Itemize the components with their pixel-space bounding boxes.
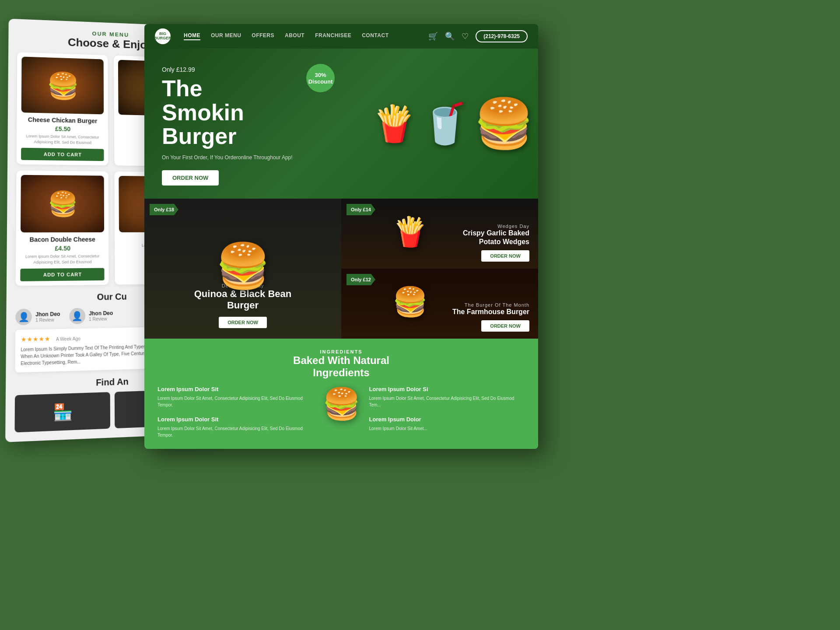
hero-title-line1: The (162, 76, 202, 101)
deal-left: Only £18 🍔 Deal Of The Day Quinoa & Blac… (144, 199, 341, 339)
ingredients-label: INGREDIENTS (158, 349, 525, 354)
add-to-cart-button-3[interactable]: ADD TO CART (20, 268, 104, 281)
ingredients-right: Lorem Ipsum Dolor Si Lorem Ipsum Dolor S… (369, 386, 525, 432)
card-image-1 (21, 56, 104, 114)
ing-text-right-1: Lorem Ipsum Dolor Sit Amet, Consectetur … (369, 395, 525, 408)
discount-badge: 30% Discount (306, 64, 335, 92)
ingredients-title: Baked With NaturalIngredients (158, 354, 525, 379)
location-img-1 (14, 392, 110, 432)
ing-text-left-1: Lorem Ipsum Dolor Sit Amet, Consectetur … (158, 395, 314, 408)
logo-area: BIGBURGER (155, 28, 171, 44)
card-image-3 (21, 175, 104, 233)
review-stars: ★★★★★ (21, 335, 50, 343)
ingredients-left: Lorem Ipsum Dolor Sit Lorem Ipsum Dolor … (158, 386, 314, 438)
card-price-1: £5.50 (21, 125, 104, 133)
hero-title-line3: Burger (162, 123, 236, 149)
reviewer-count-2: 1 Review (89, 316, 113, 322)
ingredients-burger-icon: 🍔 (322, 386, 360, 422)
deal-right-bottom-badge: Only £12 (346, 274, 375, 285)
deal-right-bottom-label: The Burger Of The Month (465, 302, 529, 308)
main-website-panel: BIGBURGER HOME OUR MENU OFFERS ABOUT FRA… (144, 24, 538, 449)
navbar: BIGBURGER HOME OUR MENU OFFERS ABOUT FRA… (144, 24, 538, 49)
reviewer-name-2: Jhon Deo (89, 310, 113, 317)
search-icon[interactable]: 🔍 (445, 32, 455, 41)
card-desc-1: Lorem Ipsum Dolor Sit Amet, Consectetur … (21, 133, 104, 146)
card-name-3: Bacon Double Cheese (21, 236, 104, 243)
deal-left-food-icon: 🍔 (216, 240, 270, 292)
discount-label: Discount (308, 78, 333, 85)
nav-our-menu[interactable]: OUR MENU (211, 32, 241, 40)
reviewer-2: Jhon Deo 1 Review (69, 308, 113, 325)
ing-item-left-2: Lorem Ipsum Dolor Sit Lorem Ipsum Dolor … (158, 416, 314, 438)
discount-percent: 30% (315, 72, 326, 78)
cart-icon[interactable]: 🛒 (428, 32, 438, 41)
hero-subtitle: On Your First Order, If You Orderonline … (162, 154, 346, 161)
nav-icons: 🛒 🔍 ♡ (212)-978-6325 (428, 30, 528, 42)
review-date: A Week Ago (56, 336, 80, 342)
ing-text-left-2: Lorem Ipsum Dolor Sit Amet, Consectetur … (158, 425, 314, 438)
ing-item-right-1: Lorem Ipsum Dolor Si Lorem Ipsum Dolor S… (369, 386, 525, 408)
nav-franchisee[interactable]: FRANCHISEE (315, 32, 351, 40)
deal-left-badge-price: £18 (166, 207, 174, 212)
reviewer-count-1: 1 Review (35, 317, 60, 322)
deal-right: Only £14 🍟 Wedges Day Crispy Garlic Bake… (341, 199, 538, 339)
deal-left-badge-only: Only (154, 207, 164, 212)
menu-card-3: Bacon Double Cheese £4.50 Lorem Ipsum Do… (16, 171, 109, 286)
card-name-1: Cheese Chickan Burger (21, 116, 104, 125)
deal-right-bottom-badge-only: Only (351, 277, 361, 282)
reviewer-1: Jhon Deo 1 Review (15, 308, 60, 326)
ing-heading-right-2: Lorem Ipsum Dolor (369, 416, 525, 423)
nav-about[interactable]: ABOUT (285, 32, 304, 40)
hero-order-button[interactable]: ORDER NOW (162, 170, 219, 186)
ing-heading-right-1: Lorem Ipsum Dolor Si (369, 386, 525, 392)
deal-right-top-order-button[interactable]: ORDER NOW (481, 250, 529, 262)
reviewer-avatar-1 (15, 309, 32, 326)
deal-right-top-title: Crispy Garlic BakedPotato Wedges (463, 229, 529, 245)
hero-title-line2: Smokin (162, 100, 244, 125)
ing-heading-left-2: Lorem Ipsum Dolor Sit (158, 416, 314, 423)
nav-links: HOME OUR MENU OFFERS ABOUT FRANCHISEE CO… (184, 32, 428, 40)
deal-right-bottom-food-icon: 🍔 (392, 285, 428, 318)
logo-text: BIGBURGER (154, 32, 172, 41)
nav-offers[interactable]: OFFERS (252, 32, 274, 40)
deal-right-top: Only £14 🍟 Wedges Day Crispy Garlic Bake… (341, 199, 538, 269)
logo-circle: BIGBURGER (155, 28, 171, 44)
reviewer-info-2: Jhon Deo 1 Review (89, 310, 113, 322)
reviewer-name-1: Jhon Deo (35, 311, 60, 318)
deal-right-top-label: Wedges Day (497, 224, 529, 229)
add-to-cart-button-1[interactable]: ADD TO CART (21, 148, 104, 161)
deal-right-bottom: Only £12 🍔 The Burger Of The Month The F… (341, 269, 538, 339)
hero-food-display: 🍟 🥤 🍔 (372, 95, 534, 152)
ingredients-grid: Lorem Ipsum Dolor Sit Lorem Ipsum Dolor … (158, 386, 525, 438)
deal-right-bottom-title: The Farmhouse Burger (452, 308, 529, 316)
deal-right-bottom-badge-price: £12 (363, 277, 371, 282)
nav-contact[interactable]: CONTACT (362, 32, 388, 40)
deal-right-top-food-icon: 🍟 (392, 215, 428, 248)
ing-item-right-2: Lorem Ipsum Dolor Lorem Ipsum Dolor Sit … (369, 416, 525, 432)
ing-item-left-1: Lorem Ipsum Dolor Sit Lorem Ipsum Dolor … (158, 386, 314, 408)
reviewer-info-1: Jhon Deo 1 Review (35, 311, 60, 323)
deals-section: Only £18 🍔 Deal Of The Day Quinoa & Blac… (144, 199, 538, 339)
menu-card-1: Cheese Chickan Burger £5.50 Lorem Ipsum … (17, 52, 108, 165)
ing-text-right-2: Lorem Ipsum Dolor Sit Amet... (369, 425, 525, 432)
ing-heading-left-1: Lorem Ipsum Dolor Sit (158, 386, 314, 392)
card-desc-3: Lorem Ipsum Dolor Sit Amet, Consectetur … (20, 253, 104, 265)
drink-icon: 🥤 (420, 101, 469, 147)
phone-button[interactable]: (212)-978-6325 (476, 30, 528, 42)
card-price-3: £4.50 (21, 245, 105, 252)
deal-right-top-badge: Only £14 (346, 204, 375, 215)
ingredients-section: INGREDIENTS Baked With NaturalIngredient… (144, 339, 538, 449)
fries-icon: 🍟 (372, 103, 416, 144)
nav-home[interactable]: HOME (184, 32, 200, 40)
deal-left-title: Quinoa & Black BeanBurger (194, 288, 292, 312)
heart-icon[interactable]: ♡ (462, 32, 469, 41)
deal-left-badge: Only £18 (150, 204, 178, 215)
reviewer-avatar-2 (69, 308, 85, 325)
hero-section: Only £12.99 The Smokin Burger On Your Fi… (144, 49, 538, 199)
deal-left-order-button[interactable]: ORDER NOW (219, 317, 267, 328)
deal-right-bottom-order-button[interactable]: ORDER NOW (481, 320, 529, 332)
deal-right-top-badge-price: £14 (363, 207, 371, 212)
deal-right-top-badge-only: Only (351, 207, 361, 212)
hero-burger-icon: 🍔 (474, 95, 534, 152)
